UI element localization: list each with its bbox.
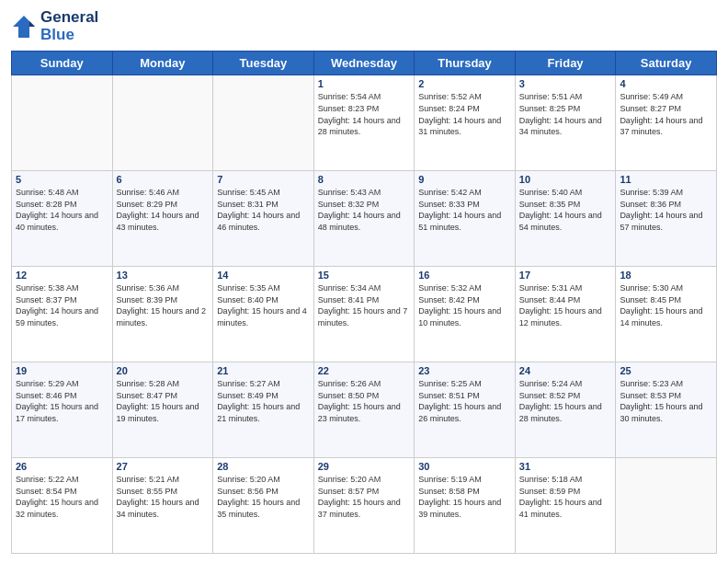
header: General Blue	[11, 9, 717, 43]
calendar-cell: 11Sunrise: 5:39 AMSunset: 8:36 PMDayligh…	[616, 171, 717, 267]
calendar-week-row: 26Sunrise: 5:22 AMSunset: 8:54 PMDayligh…	[12, 458, 717, 554]
calendar-cell: 12Sunrise: 5:38 AMSunset: 8:37 PMDayligh…	[12, 267, 113, 362]
calendar-day-header: Wednesday	[313, 52, 415, 75]
calendar-cell: 30Sunrise: 5:19 AMSunset: 8:58 PMDayligh…	[415, 458, 516, 554]
day-info: Sunrise: 5:39 AMSunset: 8:36 PMDaylight:…	[620, 187, 712, 233]
logo-icon	[11, 14, 37, 40]
day-number: 14	[217, 270, 310, 281]
calendar-cell: 8Sunrise: 5:43 AMSunset: 8:32 PMDaylight…	[313, 171, 415, 267]
day-number: 12	[16, 270, 108, 281]
day-info: Sunrise: 5:51 AMSunset: 8:25 PMDaylight:…	[519, 91, 612, 137]
day-info: Sunrise: 5:18 AMSunset: 8:59 PMDaylight:…	[519, 474, 612, 520]
day-number: 10	[519, 174, 612, 185]
day-info: Sunrise: 5:46 AMSunset: 8:29 PMDaylight:…	[117, 187, 210, 233]
day-info: Sunrise: 5:48 AMSunset: 8:28 PMDaylight:…	[16, 187, 108, 233]
calendar-cell: 31Sunrise: 5:18 AMSunset: 8:59 PMDayligh…	[515, 458, 616, 554]
day-number: 3	[519, 78, 612, 89]
calendar-cell: 9Sunrise: 5:42 AMSunset: 8:33 PMDaylight…	[415, 171, 516, 267]
calendar-cell: 22Sunrise: 5:26 AMSunset: 8:50 PMDayligh…	[313, 362, 415, 458]
day-number: 4	[620, 78, 712, 89]
day-info: Sunrise: 5:23 AMSunset: 8:53 PMDaylight:…	[620, 378, 712, 424]
calendar-day-header: Saturday	[616, 52, 717, 75]
day-number: 9	[418, 174, 511, 185]
day-info: Sunrise: 5:26 AMSunset: 8:50 PMDaylight:…	[318, 378, 411, 424]
calendar-day-header: Friday	[515, 52, 616, 75]
day-info: Sunrise: 5:27 AMSunset: 8:49 PMDaylight:…	[217, 378, 310, 424]
calendar-cell: 2Sunrise: 5:52 AMSunset: 8:24 PMDaylight…	[415, 75, 516, 171]
calendar-cell: 1Sunrise: 5:54 AMSunset: 8:23 PMDaylight…	[313, 75, 415, 171]
day-number: 6	[117, 174, 210, 185]
day-info: Sunrise: 5:34 AMSunset: 8:41 PMDaylight:…	[318, 282, 411, 328]
day-number: 29	[318, 461, 411, 472]
day-info: Sunrise: 5:21 AMSunset: 8:55 PMDaylight:…	[117, 474, 210, 520]
calendar-cell: 23Sunrise: 5:25 AMSunset: 8:51 PMDayligh…	[415, 362, 516, 458]
calendar-cell: 26Sunrise: 5:22 AMSunset: 8:54 PMDayligh…	[12, 458, 113, 554]
calendar-cell: 5Sunrise: 5:48 AMSunset: 8:28 PMDaylight…	[12, 171, 113, 267]
page: General Blue SundayMondayTuesdayWednesda…	[0, 0, 728, 563]
day-info: Sunrise: 5:25 AMSunset: 8:51 PMDaylight:…	[418, 378, 511, 424]
day-info: Sunrise: 5:40 AMSunset: 8:35 PMDaylight:…	[519, 187, 612, 233]
calendar-cell: 13Sunrise: 5:36 AMSunset: 8:39 PMDayligh…	[112, 267, 213, 362]
calendar-cell: 4Sunrise: 5:49 AMSunset: 8:27 PMDaylight…	[616, 75, 717, 171]
calendar-cell: 28Sunrise: 5:20 AMSunset: 8:56 PMDayligh…	[213, 458, 314, 554]
day-info: Sunrise: 5:20 AMSunset: 8:57 PMDaylight:…	[318, 474, 411, 520]
calendar-cell: 29Sunrise: 5:20 AMSunset: 8:57 PMDayligh…	[313, 458, 415, 554]
day-number: 31	[519, 461, 612, 472]
day-number: 24	[519, 365, 612, 376]
day-info: Sunrise: 5:36 AMSunset: 8:39 PMDaylight:…	[117, 282, 210, 328]
day-info: Sunrise: 5:31 AMSunset: 8:44 PMDaylight:…	[519, 282, 612, 328]
day-number: 26	[16, 461, 108, 472]
day-number: 17	[519, 270, 612, 281]
day-number: 21	[217, 365, 310, 376]
calendar-week-row: 12Sunrise: 5:38 AMSunset: 8:37 PMDayligh…	[12, 267, 717, 362]
day-info: Sunrise: 5:28 AMSunset: 8:47 PMDaylight:…	[117, 378, 210, 424]
day-number: 20	[117, 365, 210, 376]
calendar-cell: 21Sunrise: 5:27 AMSunset: 8:49 PMDayligh…	[213, 362, 314, 458]
day-number: 23	[418, 365, 511, 376]
calendar-cell: 15Sunrise: 5:34 AMSunset: 8:41 PMDayligh…	[313, 267, 415, 362]
calendar-cell: 24Sunrise: 5:24 AMSunset: 8:52 PMDayligh…	[515, 362, 616, 458]
calendar-cell	[112, 75, 213, 171]
day-info: Sunrise: 5:35 AMSunset: 8:40 PMDaylight:…	[217, 282, 310, 328]
calendar-cell: 14Sunrise: 5:35 AMSunset: 8:40 PMDayligh…	[213, 267, 314, 362]
calendar-cell	[616, 458, 717, 554]
day-info: Sunrise: 5:32 AMSunset: 8:42 PMDaylight:…	[418, 282, 511, 328]
day-number: 1	[318, 78, 411, 89]
calendar-cell: 3Sunrise: 5:51 AMSunset: 8:25 PMDaylight…	[515, 75, 616, 171]
calendar-cell	[12, 75, 113, 171]
day-number: 28	[217, 461, 310, 472]
calendar-cell: 27Sunrise: 5:21 AMSunset: 8:55 PMDayligh…	[112, 458, 213, 554]
day-number: 13	[117, 270, 210, 281]
day-info: Sunrise: 5:43 AMSunset: 8:32 PMDaylight:…	[318, 187, 411, 233]
calendar-cell: 25Sunrise: 5:23 AMSunset: 8:53 PMDayligh…	[616, 362, 717, 458]
calendar-cell: 17Sunrise: 5:31 AMSunset: 8:44 PMDayligh…	[515, 267, 616, 362]
day-number: 16	[418, 270, 511, 281]
day-number: 8	[318, 174, 411, 185]
day-number: 30	[418, 461, 511, 472]
day-info: Sunrise: 5:29 AMSunset: 8:46 PMDaylight:…	[16, 378, 108, 424]
day-number: 7	[217, 174, 310, 185]
day-number: 19	[16, 365, 108, 376]
day-info: Sunrise: 5:19 AMSunset: 8:58 PMDaylight:…	[418, 474, 511, 520]
logo-text: General Blue	[40, 9, 98, 43]
day-info: Sunrise: 5:38 AMSunset: 8:37 PMDaylight:…	[16, 282, 108, 328]
day-number: 25	[620, 365, 712, 376]
calendar-cell: 20Sunrise: 5:28 AMSunset: 8:47 PMDayligh…	[112, 362, 213, 458]
day-number: 5	[16, 174, 108, 185]
day-number: 2	[418, 78, 511, 89]
day-info: Sunrise: 5:52 AMSunset: 8:24 PMDaylight:…	[418, 91, 511, 137]
calendar-cell: 10Sunrise: 5:40 AMSunset: 8:35 PMDayligh…	[515, 171, 616, 267]
day-number: 18	[620, 270, 712, 281]
svg-marker-1	[29, 21, 35, 27]
calendar-header-row: SundayMondayTuesdayWednesdayThursdayFrid…	[12, 52, 717, 75]
day-info: Sunrise: 5:42 AMSunset: 8:33 PMDaylight:…	[418, 187, 511, 233]
calendar-day-header: Thursday	[415, 52, 516, 75]
day-info: Sunrise: 5:20 AMSunset: 8:56 PMDaylight:…	[217, 474, 310, 520]
calendar-week-row: 5Sunrise: 5:48 AMSunset: 8:28 PMDaylight…	[12, 171, 717, 267]
day-number: 27	[117, 461, 210, 472]
calendar-week-row: 19Sunrise: 5:29 AMSunset: 8:46 PMDayligh…	[12, 362, 717, 458]
calendar-day-header: Tuesday	[213, 52, 314, 75]
day-number: 11	[620, 174, 712, 185]
day-info: Sunrise: 5:30 AMSunset: 8:45 PMDaylight:…	[620, 282, 712, 328]
calendar-cell	[213, 75, 314, 171]
